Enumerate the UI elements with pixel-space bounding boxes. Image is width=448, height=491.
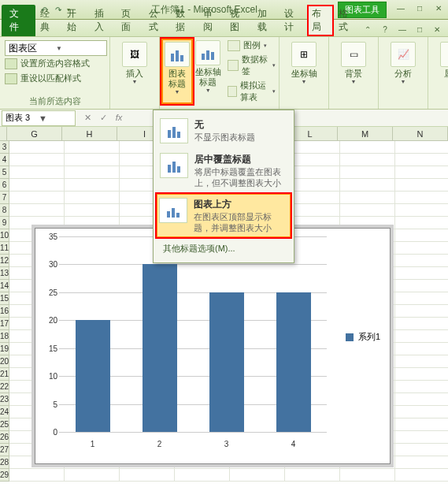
doc-restore-icon[interactable]: □ — [413, 25, 426, 36]
data-table-button[interactable]: 模拟运算表▾ — [226, 79, 277, 104]
data-labels-icon — [228, 60, 238, 71]
column-header[interactable]: G — [7, 127, 62, 140]
row-header[interactable]: 25 — [0, 418, 9, 431]
none-icon — [160, 118, 188, 143]
reset-style-button[interactable]: 重设以匹配样式 — [5, 71, 105, 86]
tab-addins[interactable]: 加载 — [253, 5, 280, 36]
row-header[interactable]: 23 — [0, 393, 9, 406]
plot-area[interactable] — [59, 236, 327, 432]
axes-icon: ⊞ — [291, 42, 317, 67]
chevron-down-icon: ▼ — [39, 113, 72, 123]
tab-classic[interactable]: 经典 — [35, 5, 63, 36]
row-header[interactable]: 28 — [0, 456, 9, 469]
menu-none[interactable]: 无 不显示图表标题 — [157, 113, 291, 148]
tab-design[interactable]: 设计 — [280, 5, 307, 36]
x-axis: 1234 — [59, 440, 327, 454]
y-tick-label: 20 — [49, 316, 57, 325]
row-header[interactable]: 17 — [0, 318, 9, 330]
cancel-icon[interactable]: ✕ — [80, 113, 94, 123]
x-tick-label: 4 — [291, 440, 296, 448]
properties-button[interactable]: ☰ 属性 — [433, 40, 448, 80]
row-header[interactable]: 14 — [0, 280, 9, 292]
doc-close-icon[interactable]: ✕ — [431, 25, 443, 36]
column-header[interactable]: N — [393, 127, 448, 140]
ribbon-minimize-icon[interactable]: ⌃ — [361, 25, 374, 36]
chart-title-button[interactable]: 图表标题 ▼ — [161, 39, 193, 104]
row-header[interactable]: 27 — [0, 444, 9, 456]
enter-icon[interactable]: ✓ — [96, 113, 110, 123]
bar[interactable] — [276, 292, 311, 432]
row-header[interactable]: 29 — [0, 469, 9, 482]
row-header[interactable]: 13 — [0, 267, 9, 280]
row-header[interactable]: 12 — [0, 255, 9, 267]
row-header[interactable]: 16 — [0, 305, 9, 318]
row-header[interactable]: 24 — [0, 406, 9, 418]
row-header[interactable]: 9 — [0, 217, 9, 229]
axis-title-icon — [195, 40, 220, 65]
tab-data[interactable]: 数据 — [171, 5, 198, 36]
doc-minimize-icon[interactable]: — — [396, 25, 409, 36]
menu-more-options[interactable]: 其他标题选项(M)... — [157, 237, 291, 259]
row-header[interactable]: 22 — [0, 381, 9, 393]
row-header[interactable]: 3 — [0, 141, 9, 154]
name-box[interactable]: 图表 3 ▼ — [2, 110, 76, 126]
tab-home[interactable]: 开始 — [62, 5, 90, 36]
close-button[interactable]: ✕ — [432, 4, 445, 15]
tab-format[interactable]: 格式 — [334, 5, 361, 36]
menu-above-chart[interactable]: 图表上方 在图表区顶部显示标题，并调整图表大小 — [157, 194, 291, 238]
background-button[interactable]: ▭ 背景 ▼ — [334, 40, 373, 86]
tab-insert[interactable]: 插入 — [90, 5, 117, 36]
row-header[interactable]: 5 — [0, 166, 9, 179]
x-tick-label: 3 — [224, 440, 229, 448]
chart-element-selector[interactable]: 图表区 ▼ — [5, 40, 107, 56]
tab-formula[interactable]: 公式 — [144, 5, 172, 36]
column-header[interactable]: H — [62, 127, 117, 140]
row-header[interactable]: 21 — [0, 368, 9, 381]
row-headers: 3456789101112131415161718192021222324252… — [0, 141, 9, 482]
row-header[interactable]: 11 — [0, 242, 9, 255]
tab-review[interactable]: 审阅 — [198, 5, 226, 36]
tab-file[interactable]: 文件 — [2, 5, 35, 36]
tab-layout[interactable]: 布局 — [307, 5, 335, 36]
row-header[interactable]: 4 — [0, 154, 9, 166]
axis-title-button[interactable]: 坐标轴标题 ▼ — [193, 39, 223, 104]
row-header[interactable]: 7 — [0, 192, 9, 204]
bar[interactable] — [209, 292, 244, 432]
axes-button[interactable]: ⊞ 坐标轴 ▼ — [284, 40, 324, 86]
row-header[interactable]: 8 — [0, 204, 9, 217]
minimize-button[interactable]: — — [394, 4, 407, 15]
format-selection-button[interactable]: 设置所选内容格式 — [5, 56, 105, 71]
row-header[interactable]: 19 — [0, 343, 9, 355]
data-labels-button[interactable]: 数据标签▾ — [226, 53, 277, 78]
tab-page[interactable]: 页面 — [117, 5, 144, 36]
selector-value: 图表区 — [9, 42, 56, 55]
row-header[interactable]: 10 — [0, 229, 9, 242]
row-header[interactable]: 20 — [0, 355, 9, 368]
row-header[interactable]: 18 — [0, 330, 9, 343]
chart-title-dropdown: 无 不显示图表标题 居中覆盖标题 将居中标题覆盖在图表上，但不调整图表大小 图表… — [153, 110, 294, 263]
row-header[interactable]: 26 — [0, 431, 9, 444]
maximize-button[interactable]: □ — [413, 4, 426, 15]
chart-legend[interactable]: 系列1 — [346, 331, 380, 343]
insert-button[interactable]: 🖼 插入 ▼ — [115, 40, 154, 86]
legend-button[interactable]: 图例▾ — [226, 39, 277, 52]
row-header[interactable]: 15 — [0, 292, 9, 305]
select-all-corner[interactable] — [0, 127, 7, 140]
tab-view[interactable]: 视图 — [225, 5, 253, 36]
chevron-down-icon: ▼ — [175, 89, 180, 95]
bar[interactable] — [76, 320, 110, 432]
bar[interactable] — [143, 264, 177, 432]
group-analysis: 📈 分析 ▼ — [379, 37, 428, 109]
row-header[interactable]: 6 — [0, 179, 9, 192]
help-icon[interactable]: ? — [379, 25, 391, 36]
legend-label: 系列1 — [358, 331, 380, 343]
ribbon-tabs: 文件 经典 开始 插入 页面 公式 数据 审阅 视图 加载 设计 布局 格式 ⌃… — [0, 20, 448, 37]
data-table-icon — [228, 86, 236, 97]
fx-icon[interactable]: fx — [112, 113, 126, 123]
analysis-button[interactable]: 📈 分析 ▼ — [383, 40, 423, 86]
menu-centered-overlay[interactable]: 居中覆盖标题 将居中标题覆盖在图表上，但不调整图表大小 — [157, 148, 291, 194]
group-current-selection: 图表区 ▼ 设置所选内容格式 重设以匹配样式 当前所选内容 — [0, 37, 110, 109]
column-header[interactable]: M — [338, 127, 393, 140]
y-tick-label: 0 — [53, 428, 57, 437]
y-tick-label: 30 — [49, 260, 57, 269]
